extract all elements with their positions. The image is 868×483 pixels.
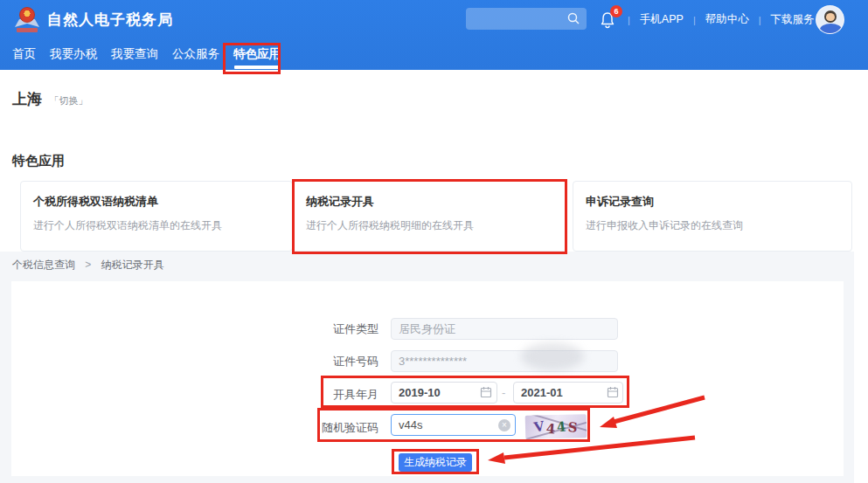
card-bilingual-tax-list[interactable]: 个税所得税双语纳税清单 进行个人所得税双语纳税清单的在线开具 [20, 181, 293, 252]
app-header: 自然人电子税务局 6 | 手机APP | 帮助中心 | 下载服务 首页 我要 [0, 0, 868, 70]
card-title: 申诉记录查询 [586, 194, 839, 210]
site-title: 自然人电子税务局 [47, 0, 173, 39]
captcha-letter: V [533, 417, 545, 435]
card-tax-record-issue[interactable]: 纳税记录开具 进行个人所得税纳税明细的在线开具 [293, 181, 566, 252]
card-title: 个税所得税双语纳税清单 [33, 194, 280, 210]
breadcrumb-item-query[interactable]: 个税信息查询 [12, 259, 75, 271]
generate-tax-record-button[interactable]: 生成纳税记录 [399, 453, 472, 472]
nav-public-service[interactable]: 公众服务 [172, 39, 219, 70]
link-divider: | [628, 15, 630, 25]
captcha-letter: S [567, 418, 579, 435]
nav-home[interactable]: 首页 [12, 39, 36, 70]
calendar-icon[interactable] [607, 386, 619, 398]
breadcrumb: 个税信息查询 > 纳税记录开具 [12, 258, 164, 273]
breadcrumb-item-current: 纳税记录开具 [101, 259, 164, 271]
card-title: 纳税记录开具 [306, 194, 553, 210]
user-avatar[interactable] [816, 5, 844, 34]
captcha-image[interactable]: V 4 4 S [525, 414, 587, 439]
form-panel [11, 281, 844, 476]
period-label: 开具年月 [304, 387, 378, 403]
notifications-button[interactable]: 6 [600, 7, 622, 31]
main-nav: 首页 我要办税 我要查询 公众服务 特色应用 [0, 39, 868, 70]
breadcrumb-separator: > [85, 259, 91, 271]
notification-badge: 6 [610, 5, 622, 17]
captcha-letter: 4 [556, 418, 566, 435]
clear-input-icon[interactable]: × [498, 419, 510, 431]
tax-bureau-logo-icon [14, 6, 40, 34]
mobile-app-link[interactable]: 手机APP [640, 12, 684, 27]
link-divider: | [693, 15, 696, 25]
page: 自然人电子税务局 6 | 手机APP | 帮助中心 | 下载服务 首页 我要 [0, 0, 868, 483]
header-links: | 手机APP | 帮助中心 | 下载服务 [628, 0, 815, 39]
captcha-letter: 4 [545, 420, 556, 437]
card-appeal-record-query[interactable]: 申诉记录查询 进行申报收入申诉记录的在线查询 [573, 181, 852, 252]
card-desc: 进行个人所得税双语纳税清单的在线开具 [33, 218, 280, 233]
card-desc: 进行个人所得税纳税明细的在线开具 [306, 218, 553, 233]
region-switch-link[interactable]: 「切换」 [49, 95, 87, 106]
calendar-icon[interactable] [480, 386, 492, 398]
captcha-label: 随机验证码 [304, 420, 378, 436]
region-line: 上海 「切换」 [12, 89, 87, 109]
cert-type-field[interactable] [391, 318, 618, 340]
region-name: 上海 [12, 91, 42, 107]
link-divider: | [759, 15, 761, 25]
download-service-link[interactable]: 下载服务 [771, 12, 815, 27]
nav-featured-apps[interactable]: 特色应用 [233, 39, 281, 70]
search-icon[interactable] [566, 11, 580, 25]
nav-query[interactable]: 我要查询 [111, 39, 158, 70]
cert-type-label: 证件类型 [304, 321, 378, 337]
card-desc: 进行申报收入申诉记录的在线查询 [586, 218, 839, 233]
section-title: 特色应用 [12, 153, 65, 169]
nav-tax-handling[interactable]: 我要办税 [50, 39, 97, 70]
cert-no-field[interactable] [391, 350, 618, 372]
period-range-separator: - [502, 386, 505, 399]
cert-no-label: 证件号码 [304, 354, 378, 369]
captcha-input[interactable] [391, 414, 516, 436]
help-center-link[interactable]: 帮助中心 [705, 12, 749, 27]
